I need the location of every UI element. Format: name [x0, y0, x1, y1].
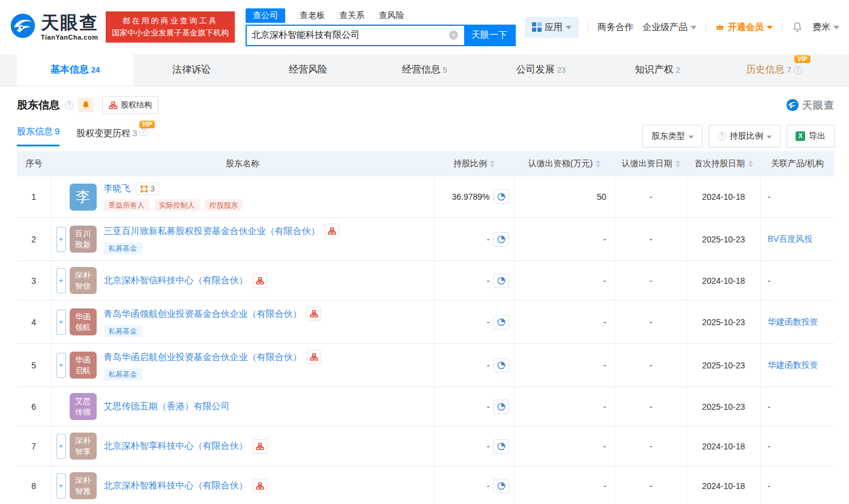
pie-chart-icon[interactable] [494, 439, 509, 454]
subscription-date-cell: - [615, 301, 687, 344]
tianyancha-logo[interactable]: 天眼查 TianYanCha.com [10, 13, 98, 41]
first-holding-date-cell: 2025-10-23 [687, 344, 760, 387]
user-account-menu[interactable]: 费米 [812, 22, 839, 33]
equity-structure-icon[interactable] [325, 224, 339, 238]
sort-icon[interactable] [596, 160, 600, 167]
sort-icon[interactable] [675, 160, 680, 167]
subscribed-capital-cell: - [514, 387, 615, 427]
apps-menu[interactable]: 应用 [525, 17, 579, 38]
table-row: 8 + 深朴 智雅 北京深朴智雅科技中心（有限合伙） [17, 466, 835, 504]
subscribed-capital-cell: 50 [514, 176, 615, 218]
table-row: 1 + 李 李晓飞 3 受益所有人实际控制人控股股东 [17, 176, 835, 218]
row-index: 3 [31, 276, 36, 286]
chevron-down-icon [566, 26, 572, 29]
tab-basic-info[interactable]: 基本信息24 [17, 54, 133, 86]
search-button[interactable]: 天眼一下 [464, 26, 515, 45]
equity-structure-icon[interactable] [253, 274, 267, 288]
subtab-equity-change-history[interactable]: 股权变更历程 3 ? VIP [76, 128, 147, 146]
tab-history-info[interactable]: 历史信息 7 ? VIP [716, 54, 832, 86]
related-product[interactable]: 华建函数投资 [768, 360, 818, 370]
shareholder-name-link[interactable]: 青岛华函领航创业投资基金合伙企业（有限合伙） [104, 308, 302, 320]
org-chart-icon [328, 227, 336, 235]
search-tab-boss[interactable]: 查老板 [300, 8, 325, 23]
pie-chart-icon[interactable] [494, 315, 509, 329]
ratio-value: 36.9789% [452, 192, 489, 202]
business-coop-menu[interactable]: 商务合作 [597, 22, 633, 33]
tag-line: 受益所有人实际控制人控股股东 [104, 199, 243, 211]
equity-structure-icon[interactable] [307, 350, 321, 364]
shareholder-type-filter[interactable]: 股东类型 [642, 125, 702, 148]
shareholder-name-link[interactable]: 北京深朴智享科技中心（有限合伙） [104, 440, 248, 452]
top-menu: 应用 商务合作 企业级产品 开通会员 费米 [525, 17, 839, 38]
tab-operation-info[interactable]: 经营信息5 [366, 54, 483, 86]
org-chart-icon [256, 442, 264, 451]
shareholding-ratio-filter[interactable]: ? 持股比例 [709, 125, 781, 148]
shareholder-role-tag: 控股股东 [205, 199, 243, 211]
expand-button[interactable]: + [56, 227, 66, 252]
search-tab-company[interactable]: 查公司 [246, 8, 285, 23]
related-product-cell: - [760, 387, 835, 427]
shareholder-name-link[interactable]: 三亚百川致新私募股权投资基金合伙企业（有限合伙） [104, 226, 320, 237]
search-area: 查公司 查老板 查关系 查风险 × 天眼一下 [246, 8, 516, 46]
related-product[interactable]: 华建函数投资 [768, 317, 818, 326]
divider [588, 22, 588, 32]
tab-operation-risk[interactable]: 经营风险 [250, 54, 366, 86]
related-product[interactable]: BV百度风投 [768, 234, 813, 244]
avatar: 深朴 智享 [70, 433, 97, 460]
tab-company-development[interactable]: 公司发展23 [483, 54, 599, 86]
pie-chart-icon[interactable] [494, 400, 509, 414]
search-input[interactable] [247, 26, 449, 45]
sort-icon[interactable] [490, 160, 495, 167]
expand-button[interactable]: + [56, 353, 66, 378]
equity-structure-icon[interactable] [307, 307, 321, 321]
pie-chart-icon[interactable] [494, 358, 509, 373]
shareholder-name-link[interactable]: 李晓飞 [104, 183, 131, 194]
equity-structure-icon[interactable] [253, 439, 267, 454]
monitor-bell-button[interactable] [78, 98, 94, 112]
equity-structure-icon[interactable] [253, 479, 267, 493]
enterprise-products-menu[interactable]: 企业级产品 [642, 22, 696, 33]
related-product-cell: BV百度风投 [760, 218, 835, 261]
open-membership-menu[interactable]: 开通会员 [715, 22, 773, 33]
expand-button[interactable]: + [56, 310, 66, 335]
expand-button[interactable]: + [56, 268, 66, 293]
first-holding-date-cell: 2025-10-23 [687, 387, 760, 427]
ratio-value: - [487, 235, 490, 244]
equity-structure-button[interactable]: 股权结构 [102, 96, 159, 114]
shareholder-name-cell: + 深朴 智信 北京深朴智信科技中心（有限合伙） [51, 261, 434, 301]
fund-type-tag: 私募基金 [104, 325, 142, 337]
pie-chart-icon[interactable] [494, 479, 509, 493]
related-count-badge[interactable]: 3 [136, 182, 159, 195]
tab-legal-proceedings[interactable]: 法律诉讼 [133, 54, 250, 86]
expand-button[interactable]: + [56, 473, 66, 499]
related-product-cell: 华建函数投资 [760, 301, 835, 344]
shareholder-name-link[interactable]: 北京深朴智雅科技中心（有限合伙） [104, 480, 248, 491]
search-tab-risk[interactable]: 查风险 [379, 8, 404, 23]
subscription-date-cell: - [615, 261, 687, 301]
pie-chart-icon[interactable] [494, 274, 509, 288]
shareholder-name-link[interactable]: 北京深朴智信科技中心（有限合伙） [104, 275, 248, 286]
pie-chart-icon[interactable] [494, 190, 509, 204]
tianyancha-watermark: 天眼查 [786, 98, 835, 112]
fund-type-tag: 私募基金 [104, 242, 142, 254]
expand-button[interactable]: + [56, 434, 66, 459]
clear-search-icon[interactable]: × [449, 31, 458, 40]
notifications-bell[interactable] [791, 21, 803, 33]
chevron-down-icon [690, 26, 696, 29]
search-tab-relation[interactable]: 查关系 [339, 8, 364, 23]
col-shareholding-ratio: 持股比例 [434, 151, 514, 176]
export-button[interactable]: X 导出 [787, 125, 835, 148]
sort-icon[interactable] [748, 160, 753, 167]
row-index: 7 [31, 442, 36, 451]
tab-intellectual-property[interactable]: 知识产权2 [599, 54, 716, 86]
bell-icon [791, 21, 803, 33]
help-icon: ? [139, 128, 148, 136]
subtab-shareholder-info[interactable]: 股东信息 9 [17, 126, 59, 146]
pie-chart-icon[interactable] [494, 232, 509, 247]
related-product-cell: - [760, 261, 835, 301]
shareholder-name-link[interactable]: 青岛华函启航创业投资基金合伙企业（有限合伙） [104, 352, 302, 363]
org-chart-icon [310, 353, 318, 361]
first-holding-date-cell: 2025-10-23 [687, 218, 760, 261]
shareholder-name-link[interactable]: 艾思传德五期（香港）有限公司 [104, 401, 230, 412]
related-product: - [768, 402, 771, 412]
